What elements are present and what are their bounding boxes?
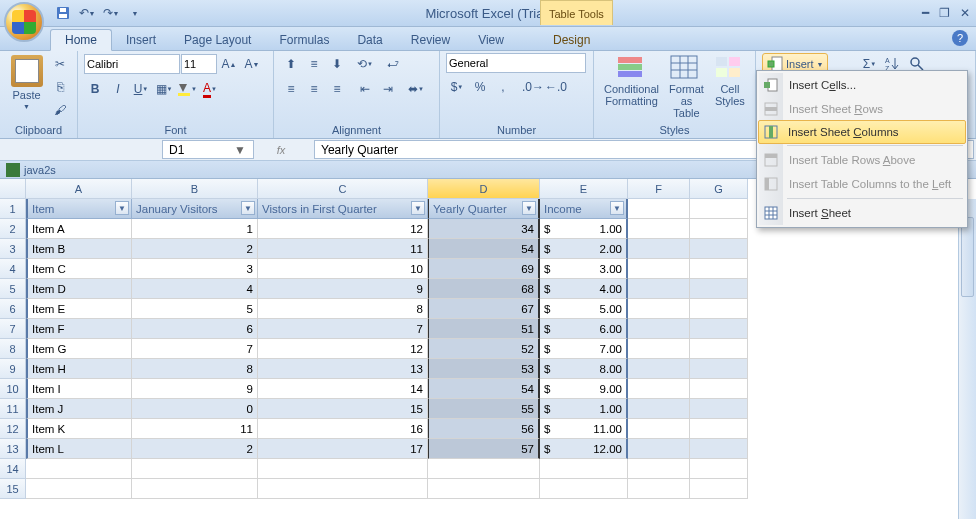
row-headers[interactable]: 123456789101112131415 — [0, 179, 26, 519]
undo-button[interactable]: ↶▼ — [76, 2, 98, 24]
font-size[interactable] — [181, 54, 217, 74]
cell[interactable]: $7.00 — [540, 339, 628, 359]
filter-dropdown[interactable]: ▼ — [522, 201, 536, 215]
align-top[interactable]: ⬆ — [280, 53, 302, 75]
cell[interactable] — [628, 479, 690, 499]
cell[interactable]: Item K — [26, 419, 132, 439]
format-as-table[interactable]: Format as Table — [665, 53, 708, 121]
cell[interactable] — [628, 279, 690, 299]
row-header[interactable]: 3 — [0, 239, 26, 259]
help-icon[interactable]: ? — [952, 30, 968, 46]
copy-button[interactable]: ⎘ — [49, 76, 71, 98]
cell[interactable] — [628, 459, 690, 479]
column-header[interactable]: B — [132, 179, 258, 199]
cell[interactable]: $12.00 — [540, 439, 628, 459]
name-box[interactable]: D1▼ — [162, 140, 254, 159]
row-header[interactable]: 13 — [0, 439, 26, 459]
percent-button[interactable]: % — [469, 76, 491, 98]
comma-button[interactable]: , — [492, 76, 514, 98]
cell[interactable]: $3.00 — [540, 259, 628, 279]
row-header[interactable]: 14 — [0, 459, 26, 479]
table-header[interactable]: Yearly Quarter▼ — [428, 199, 540, 219]
cell[interactable]: 9 — [132, 379, 258, 399]
filter-dropdown[interactable]: ▼ — [610, 201, 624, 215]
cell[interactable] — [690, 259, 748, 279]
cell[interactable] — [132, 479, 258, 499]
cell[interactable] — [628, 239, 690, 259]
align-right[interactable]: ≡ — [326, 78, 348, 100]
cell[interactable]: 55 — [428, 399, 540, 419]
cell[interactable]: 57 — [428, 439, 540, 459]
row-header[interactable]: 12 — [0, 419, 26, 439]
cell[interactable]: 51 — [428, 319, 540, 339]
cell[interactable]: 17 — [258, 439, 428, 459]
menu-insert-sheet-columns[interactable]: Insert Sheet Columns — [758, 120, 966, 144]
cell[interactable] — [258, 479, 428, 499]
cell[interactable] — [690, 399, 748, 419]
increase-decimal[interactable]: .0→ — [522, 76, 544, 98]
align-middle[interactable]: ≡ — [303, 53, 325, 75]
menu-insert-sheet[interactable]: Insert Sheet — [759, 201, 965, 225]
cell[interactable]: $5.00 — [540, 299, 628, 319]
cell[interactable] — [690, 319, 748, 339]
cell[interactable] — [690, 219, 748, 239]
cell[interactable] — [690, 479, 748, 499]
increase-indent[interactable]: ⇥ — [377, 78, 399, 100]
number-format[interactable] — [446, 53, 586, 73]
row-header[interactable]: 7 — [0, 319, 26, 339]
redo-button[interactable]: ↷▼ — [100, 2, 122, 24]
cell[interactable] — [628, 199, 690, 219]
cell[interactable]: Item H — [26, 359, 132, 379]
cell[interactable] — [258, 459, 428, 479]
cell[interactable]: Item I — [26, 379, 132, 399]
cell[interactable]: 8 — [132, 359, 258, 379]
row-header[interactable]: 15 — [0, 479, 26, 499]
tab-review[interactable]: Review — [397, 30, 464, 50]
font-name[interactable] — [84, 54, 180, 74]
cell[interactable]: 56 — [428, 419, 540, 439]
tab-data[interactable]: Data — [343, 30, 396, 50]
table-header[interactable]: January Visitors▼ — [132, 199, 258, 219]
cell[interactable]: 14 — [258, 379, 428, 399]
minimize-button[interactable]: ━ — [922, 6, 929, 20]
cell[interactable] — [628, 359, 690, 379]
cell[interactable]: 68 — [428, 279, 540, 299]
menu-insert-cells[interactable]: Insert Cells... — [759, 73, 965, 97]
cell[interactable] — [628, 319, 690, 339]
align-center[interactable]: ≡ — [303, 78, 325, 100]
decrease-indent[interactable]: ⇤ — [354, 78, 376, 100]
table-header[interactable]: Item▼ — [26, 199, 132, 219]
cell[interactable]: Item B — [26, 239, 132, 259]
row-header[interactable]: 2 — [0, 219, 26, 239]
orientation[interactable]: ⟲▼ — [354, 53, 376, 75]
filter-dropdown[interactable]: ▼ — [411, 201, 425, 215]
cell[interactable] — [690, 359, 748, 379]
fill-color-button[interactable]: ▼ — [176, 78, 198, 100]
decrease-decimal[interactable]: ←.0 — [545, 76, 567, 98]
align-left[interactable]: ≡ — [280, 78, 302, 100]
cell[interactable]: 52 — [428, 339, 540, 359]
cell[interactable]: $2.00 — [540, 239, 628, 259]
column-header[interactable]: C — [258, 179, 428, 199]
spreadsheet-grid[interactable]: 123456789101112131415 ABCDEFG Item▼Janua… — [0, 179, 976, 519]
cell[interactable]: 6 — [132, 319, 258, 339]
column-header[interactable]: G — [690, 179, 748, 199]
cell[interactable]: 15 — [258, 399, 428, 419]
close-button[interactable]: ✕ — [960, 6, 970, 20]
cell[interactable]: 0 — [132, 399, 258, 419]
filter-dropdown[interactable]: ▼ — [241, 201, 255, 215]
cell[interactable]: $6.00 — [540, 319, 628, 339]
grow-font[interactable]: A▲ — [218, 53, 240, 75]
row-header[interactable]: 6 — [0, 299, 26, 319]
cell[interactable]: $8.00 — [540, 359, 628, 379]
cell[interactable]: 67 — [428, 299, 540, 319]
paste-button[interactable]: Paste ▼ — [6, 53, 47, 112]
filter-dropdown[interactable]: ▼ — [115, 201, 129, 215]
wrap-text[interactable]: ⮐ — [382, 53, 404, 75]
cell[interactable]: $1.00 — [540, 219, 628, 239]
cell[interactable] — [690, 459, 748, 479]
table-header[interactable]: Income▼ — [540, 199, 628, 219]
tab-home[interactable]: Home — [50, 29, 112, 51]
tab-insert[interactable]: Insert — [112, 30, 170, 50]
row-header[interactable]: 8 — [0, 339, 26, 359]
